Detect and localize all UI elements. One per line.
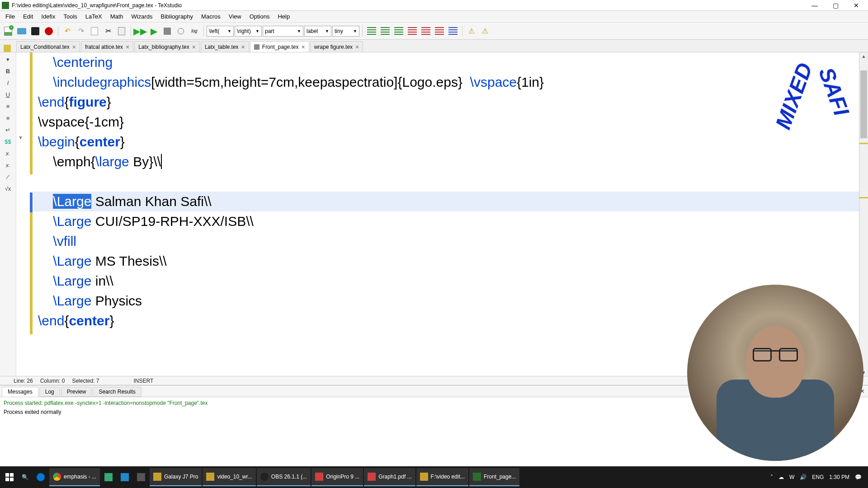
tray-time[interactable]: 1:30 PM (829, 474, 849, 480)
redo-button[interactable]: ↷ (75, 25, 87, 38)
tab-preview[interactable]: Preview (61, 387, 92, 397)
tray-volume-icon[interactable]: 🔊 (800, 474, 807, 480)
tab-front-page[interactable]: Front_page.tex× (250, 41, 309, 52)
tab-latx-table[interactable]: Latx_table.tex× (201, 41, 249, 52)
search-button[interactable]: 🔍 (18, 468, 32, 486)
sub-button[interactable]: x. (3, 148, 13, 158)
align-right-button[interactable] (392, 25, 405, 38)
error-icon[interactable]: ⚠ (479, 25, 491, 38)
tab-fractal-attice[interactable]: fratcal attice.tex× (81, 41, 133, 52)
tab-close-icon[interactable]: × (126, 43, 129, 51)
tab-search-results[interactable]: Search Results (93, 387, 141, 397)
close-file-button[interactable] (42, 25, 55, 38)
minimize-button[interactable]: — (808, 1, 821, 10)
open-file-button[interactable] (15, 25, 28, 38)
scroll-thumb[interactable] (860, 70, 867, 138)
align-left-button[interactable] (365, 25, 378, 38)
sqrt-button[interactable]: √x (3, 183, 13, 193)
align-center-button[interactable] (379, 25, 392, 38)
desc-button[interactable] (433, 25, 446, 38)
italic-button[interactable]: I (3, 78, 13, 88)
tray-notifications-icon[interactable]: 💬 (855, 474, 862, 480)
menu-wizards[interactable]: Wizards (128, 12, 156, 21)
undo-button[interactable]: ↶ (61, 25, 74, 38)
taskbar-origin[interactable]: OriginPro 9 ... (311, 468, 363, 486)
taskbar-explorer[interactable]: F:\video edit... (416, 468, 468, 486)
status-mode: INSERT (133, 378, 153, 384)
start-button[interactable] (2, 468, 17, 486)
vertical-scrollbar[interactable]: ▲ ▼ (859, 52, 868, 376)
view-log-button[interactable]: log (188, 25, 201, 38)
copy-button[interactable] (88, 25, 101, 38)
left-delim-combo[interactable]: \left(▼ (207, 26, 234, 37)
taskbar-graph1[interactable]: Graph1.pdf ... (364, 468, 415, 486)
tab-latx-bibliography[interactable]: Latx_bibliography.tex× (134, 41, 200, 52)
system-tray[interactable]: ˄ ☁ W 🔊 ENG 1:30 PM 💬 (770, 474, 866, 480)
menu-latex[interactable]: LaTeX (82, 12, 106, 21)
fold-gutter[interactable]: ▾ (16, 52, 30, 376)
underline-button[interactable]: U (3, 89, 13, 99)
menu-edit[interactable]: Edit (19, 12, 37, 21)
math-button[interactable]: $$ (3, 136, 13, 146)
list-button[interactable] (406, 25, 419, 38)
tray-cloud-icon[interactable]: ☁ (778, 474, 784, 480)
menu-view[interactable]: View (225, 12, 245, 21)
table-button[interactable] (447, 25, 459, 38)
tab-close-icon[interactable]: × (241, 43, 245, 51)
tab-close-icon[interactable]: × (302, 43, 305, 51)
cut-button[interactable]: ✂ (102, 25, 114, 38)
menu-bibliography[interactable]: Bibliography (157, 12, 197, 21)
tray-word-icon[interactable]: W (789, 474, 794, 480)
menu-idefix[interactable]: Idefix (38, 12, 59, 21)
tab-close-icon[interactable]: × (192, 43, 196, 51)
bold-button[interactable]: B (3, 66, 13, 76)
tab-messages[interactable]: Messages (2, 387, 38, 397)
ref-combo[interactable]: label▼ (304, 26, 331, 37)
tab-log[interactable]: Log (39, 387, 60, 397)
tab-close-icon[interactable]: × (355, 43, 359, 51)
taskbar-obs[interactable]: OBS 26.1.1 (... (257, 468, 311, 486)
new-file-button[interactable]: + (2, 25, 14, 38)
fold-arrow-icon[interactable]: ▾ (19, 134, 22, 141)
taskbar-texstudio[interactable]: Front_page... (469, 468, 519, 486)
frac-button[interactable]: ⁄ (3, 172, 13, 182)
taskbar-app-2[interactable] (117, 468, 132, 486)
chrome-button[interactable]: emphasis - ... (49, 468, 100, 486)
tray-language[interactable]: ENG (812, 474, 824, 480)
view-pdf-button[interactable] (175, 25, 187, 38)
edge-button[interactable] (33, 468, 48, 486)
menu-tools[interactable]: Tools (60, 12, 80, 21)
tray-chevron-icon[interactable]: ˄ (770, 474, 773, 480)
menu-macros[interactable]: Macros (198, 12, 224, 21)
tab-wrape-figure[interactable]: wrape figure.tex× (310, 41, 363, 52)
menu-file[interactable]: File (2, 12, 19, 21)
close-button[interactable]: ✕ (850, 1, 863, 10)
warning-icon[interactable]: ⚠ (465, 25, 478, 38)
menu-math[interactable]: Math (107, 12, 127, 21)
section-combo[interactable]: part▼ (263, 26, 303, 37)
tab-latx-conditional[interactable]: Latx_Conditional.tex× (16, 41, 80, 52)
newline-button[interactable]: ↵ (3, 125, 13, 135)
tab-close-icon[interactable]: × (72, 43, 76, 51)
compile-button[interactable]: ▶ (147, 25, 160, 38)
scroll-up-arrow[interactable]: ▲ (860, 52, 867, 60)
taskbar-video10[interactable]: video_10_wr... (203, 468, 255, 486)
taskbar-app-3[interactable] (133, 468, 149, 486)
lines2-button[interactable]: ≡ (3, 113, 13, 123)
taskbar-galaxy[interactable]: Galaxy J7 Pro (150, 468, 202, 486)
menu-help[interactable]: Help (274, 12, 293, 21)
maximize-button[interactable]: ▢ (829, 1, 842, 10)
bookmark-button[interactable]: ▾ (3, 54, 13, 64)
menu-options[interactable]: Options (246, 12, 274, 21)
stop-compile-button[interactable] (161, 25, 174, 38)
build-run-button[interactable]: ▶▶ (134, 25, 146, 38)
lines-button[interactable]: ≡ (3, 101, 13, 111)
right-delim-combo[interactable]: \right)▼ (235, 26, 262, 37)
paste-button[interactable] (115, 25, 128, 38)
fontsize-combo[interactable]: tiny▼ (332, 26, 359, 37)
sup-button[interactable]: x. (3, 160, 13, 170)
taskbar-app-1[interactable] (101, 468, 116, 486)
tab-overflow-icon[interactable] (4, 45, 11, 52)
enum-button[interactable] (420, 25, 432, 38)
save-button[interactable] (29, 25, 42, 38)
